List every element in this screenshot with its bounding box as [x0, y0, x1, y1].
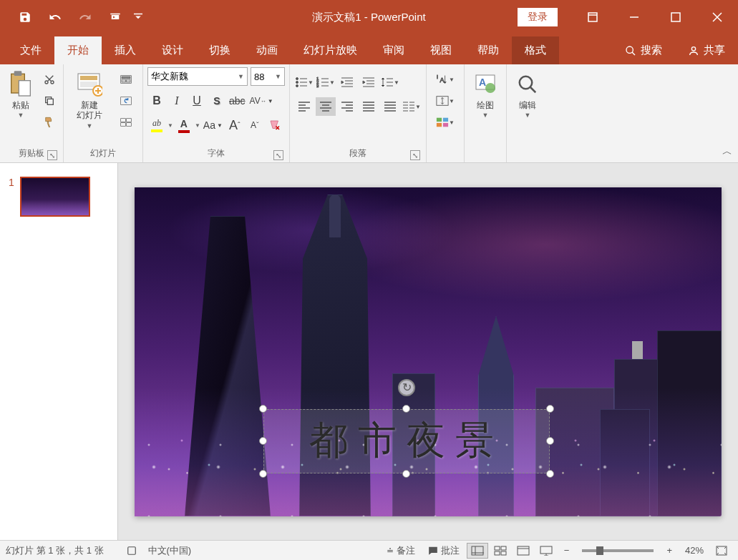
format-painter-button[interactable] [40, 113, 59, 132]
tab-transition[interactable]: 切换 [196, 36, 243, 64]
font-color-button[interactable]: A [175, 116, 193, 134]
sorter-view-button[interactable] [490, 543, 511, 559]
zoom-level[interactable]: 42% [679, 541, 709, 560]
numbering-button[interactable]: 123▼ [316, 73, 336, 92]
columns-button[interactable]: ▼ [402, 97, 422, 116]
slide-thumbnail-pane[interactable]: 1 [0, 163, 118, 540]
resize-handle-tl[interactable] [259, 405, 267, 413]
tab-file[interactable]: 文件 [7, 36, 54, 64]
copy-button[interactable] [40, 92, 59, 110]
rotate-handle[interactable] [398, 379, 415, 396]
redo-button[interactable] [71, 6, 99, 29]
close-button[interactable] [696, 0, 738, 34]
tab-design[interactable]: 设计 [149, 36, 196, 64]
resize-handle-tm[interactable] [402, 405, 410, 413]
slide-counter[interactable]: 幻灯片 第 1 张，共 1 张 [6, 544, 104, 557]
comments-button[interactable]: 批注 [422, 541, 465, 560]
slideshow-from-start-button[interactable] [101, 6, 130, 29]
decrease-indent-button[interactable] [337, 73, 357, 92]
tab-help[interactable]: 帮助 [465, 36, 512, 64]
textbox-content[interactable]: 都市夜景 [263, 409, 550, 473]
undo-button[interactable] [41, 6, 69, 29]
paste-button[interactable]: 粘贴 ▼ [4, 67, 37, 119]
zoom-in-button[interactable]: + [661, 541, 678, 560]
highlight-color-button[interactable]: ab [147, 116, 166, 134]
share-button[interactable]: 共享 [675, 36, 738, 64]
zoom-slider-thumb[interactable] [596, 546, 603, 555]
spell-check-button[interactable] [121, 541, 142, 560]
justify-button[interactable] [359, 97, 379, 116]
grow-font-button[interactable]: Aˆ [225, 116, 244, 134]
new-slide-button[interactable]: 新建 幻灯片 ▼ [68, 67, 111, 129]
slide-editor-area[interactable]: 都市夜景 [118, 163, 738, 540]
textbox-selected[interactable]: 都市夜景 [263, 409, 550, 473]
italic-button[interactable]: I [167, 92, 186, 110]
line-spacing-button[interactable]: ▼ [380, 73, 400, 92]
normal-view-button[interactable] [467, 543, 488, 559]
search-button[interactable]: 搜索 [612, 36, 675, 64]
maximize-button[interactable] [655, 0, 696, 34]
resize-handle-mr[interactable] [546, 437, 554, 445]
layout-button[interactable] [114, 70, 138, 89]
tab-animation[interactable]: 动画 [243, 36, 291, 64]
notes-button[interactable]: ≐备注 [381, 541, 421, 560]
tab-insert[interactable]: 插入 [102, 36, 149, 64]
distributed-button[interactable] [380, 97, 400, 116]
svg-point-3 [691, 46, 695, 50]
collapse-ribbon-button[interactable]: ︿ [722, 145, 732, 158]
ribbon-display-options-button[interactable] [572, 0, 613, 34]
section-button[interactable] [114, 113, 138, 132]
qat-customize-button[interactable] [131, 6, 145, 29]
slideshow-view-button[interactable] [535, 543, 557, 559]
change-case-button[interactable]: Aa▼ [202, 116, 224, 134]
slide-canvas[interactable]: 都市夜景 [135, 187, 722, 516]
resize-handle-br[interactable] [546, 470, 554, 478]
underline-button[interactable]: U [188, 92, 206, 110]
tab-format[interactable]: 格式 [512, 36, 559, 64]
login-button[interactable]: 登录 [518, 8, 558, 26]
svg-rect-45 [501, 551, 506, 555]
increase-indent-button[interactable] [359, 73, 379, 92]
reset-button[interactable] [114, 92, 138, 110]
zoom-slider[interactable] [582, 549, 654, 552]
svg-rect-11 [80, 76, 97, 80]
bold-button[interactable]: B [147, 92, 166, 110]
reading-view-button[interactable] [513, 543, 534, 559]
resize-handle-bm[interactable] [402, 470, 410, 478]
tab-slideshow[interactable]: 幻灯片放映 [291, 36, 370, 64]
cut-button[interactable] [40, 70, 59, 89]
tab-view[interactable]: 视图 [417, 36, 465, 64]
editing-button[interactable]: 编辑 ▼ [511, 67, 544, 119]
fit-to-window-button[interactable] [711, 543, 732, 559]
align-left-button[interactable] [294, 97, 314, 116]
font-size-combo[interactable]: 88▼ [251, 67, 285, 86]
align-right-button[interactable] [337, 97, 357, 116]
language-button[interactable]: 中文(中国) [142, 541, 198, 560]
minimize-button[interactable] [613, 0, 655, 34]
svg-point-38 [485, 83, 495, 93]
drawing-button[interactable]: A 绘图 ▼ [469, 67, 502, 119]
tab-home[interactable]: 开始 [54, 36, 102, 64]
font-dialog-launcher[interactable]: ⤡ [273, 150, 283, 160]
text-direction-button[interactable]: IA▼ [431, 70, 460, 89]
zoom-out-button[interactable]: − [558, 541, 576, 560]
strikethrough-button[interactable]: abc [228, 92, 247, 110]
char-spacing-button[interactable]: AV↔▼ [248, 92, 275, 110]
align-center-button[interactable] [316, 97, 336, 116]
svg-rect-19 [121, 119, 126, 122]
text-shadow-button[interactable]: S [208, 92, 226, 110]
slide-thumbnail-1[interactable]: 1 [0, 174, 117, 220]
clipboard-dialog-launcher[interactable]: ⤡ [47, 150, 57, 160]
resize-handle-tr[interactable] [546, 405, 554, 413]
resize-handle-ml[interactable] [259, 437, 267, 445]
tab-review[interactable]: 审阅 [370, 36, 417, 64]
save-button[interactable] [11, 6, 39, 29]
convert-smartart-button[interactable]: ▼ [431, 113, 460, 132]
font-name-combo[interactable]: 华文新魏▼ [147, 67, 248, 86]
bullets-button[interactable]: ▼ [294, 73, 314, 92]
shrink-font-button[interactable]: Aˇ [246, 116, 264, 134]
resize-handle-bl[interactable] [259, 470, 267, 478]
paragraph-dialog-launcher[interactable]: ⤡ [410, 150, 420, 160]
vertical-align-button[interactable]: ▼ [431, 92, 460, 110]
clear-formatting-button[interactable] [266, 116, 284, 134]
